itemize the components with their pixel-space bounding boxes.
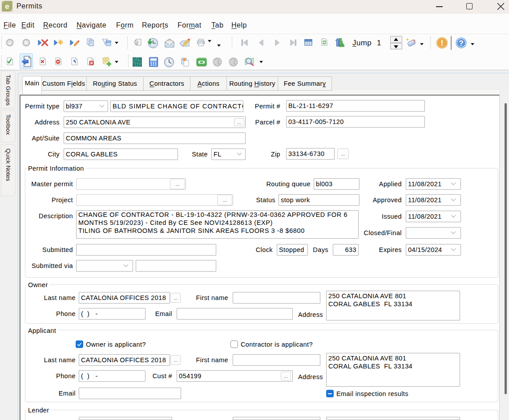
svg-text:?: ? bbox=[459, 39, 463, 48]
svg-text:2: 2 bbox=[233, 59, 236, 65]
svg-text:e: e bbox=[5, 2, 9, 11]
svg-text:1: 1 bbox=[217, 59, 220, 65]
svg-text:!: ! bbox=[441, 39, 444, 48]
